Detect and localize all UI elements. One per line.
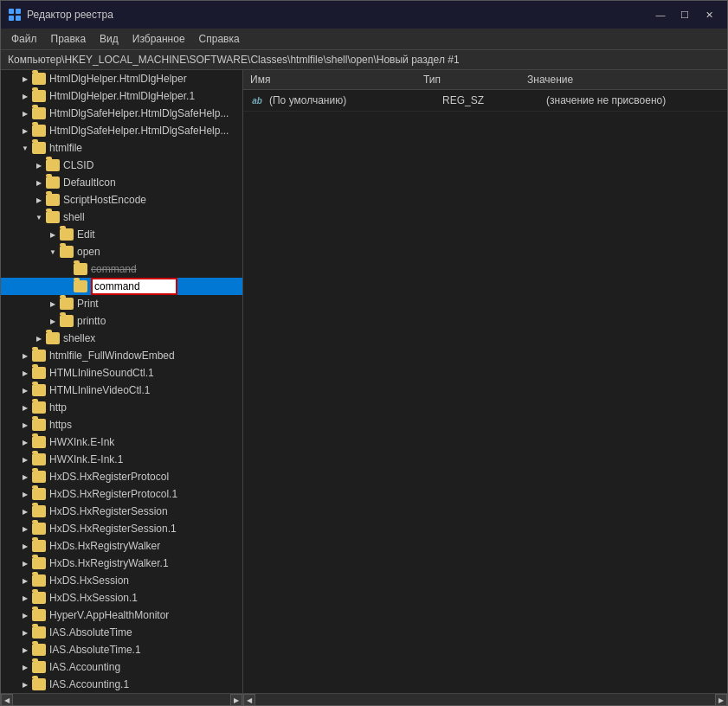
tree-item-hxds-regprot1[interactable]: ▶ HxDS.HxRegisterProtocol.1 (1, 485, 242, 503)
expand-arrow: ▼ (46, 245, 60, 259)
folder-icon (32, 505, 46, 517)
details-row-default[interactable]: ab (По умолчанию) REG_SZ (значение не пр… (243, 90, 727, 112)
tree-label: HxDs.HxRegistryWalker (49, 540, 160, 552)
tree-item-ias-accounting1[interactable]: ▶ IAS.Accounting.1 (1, 676, 242, 693)
tree-label: HTMLInlineVideoCtl.1 (49, 384, 151, 396)
tree-item-htmlinlinevideo[interactable]: ▶ HTMLInlineVideoCtl.1 (1, 382, 242, 399)
expand-arrow: ▶ (18, 470, 32, 484)
tree-item-open[interactable]: ▼ open (1, 243, 242, 260)
tree-item-htmldlgsafe1[interactable]: ▶ HtmlDlgSafeHelper.HtmlDlgSafeHelp... (1, 105, 242, 122)
tree-item-shell[interactable]: ▼ shell (1, 209, 242, 226)
tree-label: HtmlDlgHelper.HtmlDlgHelper.1 (49, 90, 195, 102)
folder-icon (32, 90, 46, 102)
maximize-button[interactable]: ☐ (673, 6, 696, 23)
tree-item-command-old[interactable]: ▶ command (1, 260, 242, 278)
tree-label: IAS.AbsoluteTime (49, 626, 132, 639)
expand-arrow: ▶ (18, 660, 32, 674)
tree-item-http[interactable]: ▶ http (1, 399, 242, 416)
folder-icon (32, 471, 46, 483)
tree-label: HxDs.HxRegistryWalker.1 (49, 557, 169, 569)
registry-editor-window: Редактор реестра — ☐ ✕ Файл Правка Вид И… (0, 0, 728, 706)
tree-item-command-editing[interactable]: ▶ (1, 278, 242, 295)
expand-arrow: ▶ (18, 418, 32, 432)
details-scroll-left[interactable]: ◀ (243, 694, 255, 706)
folder-icon (32, 384, 46, 396)
tree-item-htmldlghelper2[interactable]: ▶ HtmlDlgHelper.HtmlDlgHelper.1 (1, 87, 242, 105)
folder-icon (32, 367, 46, 379)
expand-arrow: ▶ (18, 401, 32, 414)
folder-icon (32, 592, 46, 604)
tree-item-hxds-regsess[interactable]: ▶ HxDS.HxRegisterSession (1, 503, 242, 520)
title-bar: Редактор реестра — ☐ ✕ (1, 1, 727, 29)
folder-icon (32, 609, 46, 621)
close-button[interactable]: ✕ (698, 6, 720, 23)
tree-item-hxds-regsess1[interactable]: ▶ HxDS.HxRegisterSession.1 (1, 520, 242, 537)
reg-value-type: REG_SZ (442, 94, 546, 106)
tree-item-hxds-session[interactable]: ▶ HxDS.HxSession (1, 572, 242, 589)
tree-item-htmlfile-full[interactable]: ▶ htmlfile_FullWindowEmbed (1, 347, 242, 364)
menu-help[interactable]: Справка (192, 30, 247, 48)
tree-item-ias-abstime1[interactable]: ▶ IAS.AbsoluteTime.1 (1, 641, 242, 658)
menu-favorites[interactable]: Избранное (126, 30, 192, 48)
tree-label: Edit (77, 228, 95, 241)
address-bar: Компьютер\HKEY_LOCAL_MACHINE\SOFTWARE\Cl… (1, 50, 727, 70)
menu-view[interactable]: Вид (93, 30, 126, 48)
tree-item-ias-abstime[interactable]: ▶ IAS.AbsoluteTime (1, 624, 242, 641)
tree-item-https[interactable]: ▶ https (1, 416, 242, 433)
menu-file[interactable]: Файл (4, 30, 44, 48)
tree-label: HtmlDlgHelper.HtmlDlgHelper (49, 73, 187, 85)
menu-edit[interactable]: Правка (44, 30, 93, 48)
tree-label: shell (63, 211, 85, 223)
tree-item-hwxink1[interactable]: ▶ HWXInk.E-Ink.1 (1, 451, 242, 468)
folder-icon (32, 523, 46, 535)
tree-item-print[interactable]: ▶ Print (1, 295, 242, 312)
tree-label: HxDS.HxSession (49, 574, 129, 587)
reg-value-data: (значение не присвоено) (546, 94, 720, 106)
expand-arrow: ▶ (18, 677, 32, 691)
tree-item-printto[interactable]: ▶ printto (1, 312, 242, 330)
minimize-button[interactable]: — (649, 6, 672, 23)
tree-item-htmlinlinesound[interactable]: ▶ HTMLInlineSoundCtl.1 (1, 364, 242, 382)
tree-item-hxds-session1[interactable]: ▶ HxDS.HxSession.1 (1, 589, 242, 607)
folder-icon (60, 246, 74, 258)
tree-label: Print (77, 298, 99, 310)
folder-icon (74, 280, 87, 292)
folder-icon (32, 626, 46, 639)
tree-item-ias-accounting[interactable]: ▶ IAS.Accounting (1, 658, 242, 676)
tree-scroll-left[interactable]: ◀ (1, 694, 13, 706)
tree-item-shellex[interactable]: ▶ shellex (1, 330, 242, 347)
folder-icon (46, 176, 60, 189)
rename-input[interactable] (91, 278, 177, 295)
window-title: Редактор реестра (27, 9, 649, 21)
tree-item-hyperv[interactable]: ▶ HyperV.AppHealthMonitor (1, 607, 242, 624)
tree-scroll-right[interactable]: ▶ (230, 694, 242, 706)
folder-icon (32, 107, 46, 119)
expand-arrow: ▶ (18, 522, 32, 536)
tree-item-hwxink[interactable]: ▶ HWXInk.E-Ink (1, 433, 242, 451)
main-content: ▶ HtmlDlgHelper.HtmlDlgHelper ▶ HtmlDlgH… (1, 70, 727, 693)
tree-item-hxds-regwalk1[interactable]: ▶ HxDs.HxRegistryWalker.1 (1, 555, 242, 572)
svg-rect-3 (16, 16, 21, 21)
app-icon (8, 8, 22, 22)
tree-panel[interactable]: ▶ HtmlDlgHelper.HtmlDlgHelper ▶ HtmlDlgH… (1, 70, 243, 693)
expand-arrow: ▼ (32, 210, 46, 224)
tree-item-hxds-regwalk[interactable]: ▶ HxDs.HxRegistryWalker (1, 537, 242, 555)
tree-item-edit[interactable]: ▶ Edit (1, 226, 242, 243)
tree-item-htmldlghelper1[interactable]: ▶ HtmlDlgHelper.HtmlDlgHelper (1, 70, 242, 87)
svg-rect-2 (9, 16, 14, 21)
tree-item-htmldlgsafe2[interactable]: ▶ HtmlDlgSafeHelper.HtmlDlgSafeHelp... (1, 122, 242, 139)
tree-label: HWXInk.E-Ink (49, 436, 114, 448)
rename-container[interactable] (91, 278, 177, 295)
folder-icon (32, 488, 46, 500)
folder-icon (32, 73, 46, 85)
folder-icon (32, 401, 46, 414)
expand-arrow: ▶ (18, 574, 32, 587)
details-scroll-right[interactable]: ▶ (715, 694, 727, 706)
expand-arrow: ▼ (18, 141, 32, 155)
tree-item-clsid[interactable]: ▶ CLSID (1, 157, 242, 174)
tree-item-defaulticon[interactable]: ▶ DefaultIcon (1, 174, 242, 191)
tree-item-hxds-regprot[interactable]: ▶ HxDS.HxRegisterProtocol (1, 468, 242, 485)
menu-bar: Файл Правка Вид Избранное Справка (1, 29, 727, 50)
tree-item-scripthostencode[interactable]: ▶ ScriptHostEncode (1, 191, 242, 209)
tree-item-htmlfile[interactable]: ▼ htmlfile (1, 139, 242, 157)
